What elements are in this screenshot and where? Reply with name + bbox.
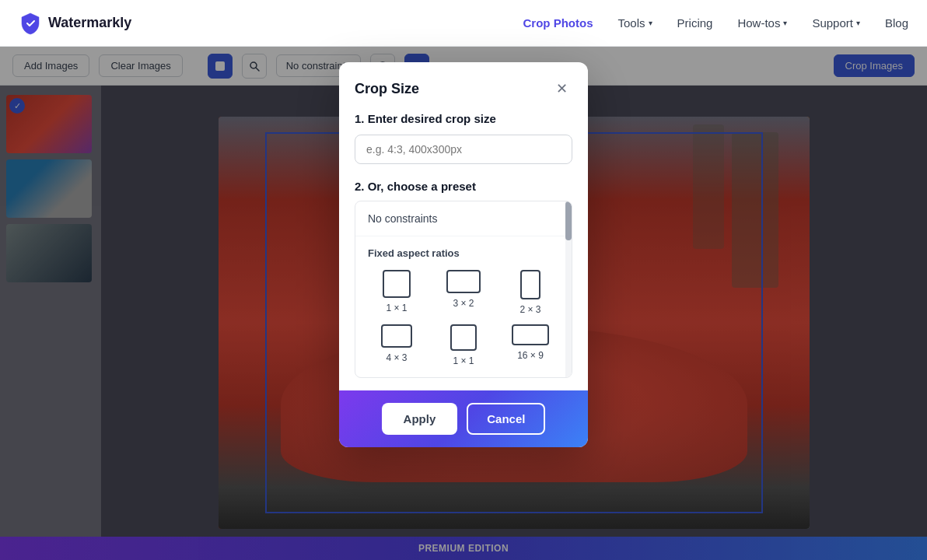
logo[interactable]: Watermarkly (19, 12, 131, 35)
ratio-box-square2 (450, 324, 477, 351)
nav-item-pricing[interactable]: Pricing (677, 16, 713, 30)
preset-4x3[interactable]: 4 × 3 (368, 324, 425, 366)
no-constraints-option[interactable]: No constraints (355, 201, 572, 236)
nav-item-support[interactable]: Support ▾ (812, 16, 860, 30)
nav-item-tools[interactable]: Tools ▾ (618, 16, 652, 30)
modal-header: Crop Size ✕ (339, 62, 588, 112)
step1-heading: 1. Enter desired crop size (355, 112, 572, 125)
modal-title: Crop Size (355, 81, 419, 97)
modal-overlay: Crop Size ✕ 1. Enter desired crop size 2… (0, 47, 927, 560)
ratio-label-3x2: 3 × 2 (453, 298, 474, 309)
ratio-box-3x2 (446, 270, 481, 293)
modal-footer: Apply Cancel (339, 390, 588, 447)
fixed-ratios-section: Fixed aspect ratios 1 × 1 3 × 2 2 × (355, 236, 572, 377)
ratio-label-2x3: 2 × 3 (519, 304, 540, 315)
preset-square2[interactable]: 1 × 1 (435, 324, 492, 366)
preset-list: No constraints Fixed aspect ratios 1 × 1… (355, 201, 572, 378)
crop-size-modal: Crop Size ✕ 1. Enter desired crop size 2… (339, 62, 588, 447)
ratio-label-square2: 1 × 1 (453, 355, 474, 366)
crop-size-input[interactable] (355, 135, 572, 164)
how-tos-chevron-icon: ▾ (783, 19, 787, 27)
preset-1x1[interactable]: 1 × 1 (368, 270, 425, 315)
step2-heading: 2. Or, choose a preset (355, 180, 572, 193)
ratio-box-1x1 (383, 270, 411, 298)
ratio-grid: 1 × 1 3 × 2 2 × 3 4 × 3 (368, 270, 559, 366)
navbar: Watermarkly Crop Photos Tools ▾ Pricing … (0, 0, 927, 47)
apply-button[interactable]: Apply (382, 403, 458, 435)
logo-text: Watermarkly (48, 15, 131, 31)
fixed-ratios-heading: Fixed aspect ratios (368, 247, 559, 259)
cancel-button[interactable]: Cancel (467, 403, 545, 435)
preset-16x9[interactable]: 16 × 9 (502, 324, 559, 366)
nav-item-how-tos[interactable]: How-tos ▾ (737, 16, 787, 30)
ratio-box-2x3 (520, 270, 540, 299)
nav-item-crop-photos[interactable]: Crop Photos (523, 16, 593, 30)
preset-2x3[interactable]: 2 × 3 (502, 270, 559, 315)
ratio-box-16x9 (512, 324, 549, 345)
support-chevron-icon: ▾ (856, 19, 860, 27)
preset-3x2[interactable]: 3 × 2 (435, 270, 492, 315)
ratio-label-1x1: 1 × 1 (386, 303, 407, 313)
ratio-label-16x9: 16 × 9 (517, 350, 544, 361)
nav-item-blog[interactable]: Blog (885, 16, 908, 30)
scrollbar-thumb[interactable] (565, 201, 572, 240)
ratio-box-4x3 (381, 324, 412, 348)
shield-icon (19, 12, 42, 35)
modal-body: 1. Enter desired crop size 2. Or, choose… (339, 112, 588, 390)
scrollbar-track (565, 201, 572, 377)
tools-chevron-icon: ▾ (649, 19, 652, 27)
nav-links: Crop Photos Tools ▾ Pricing How-tos ▾ Su… (523, 16, 908, 30)
ratio-label-4x3: 4 × 3 (386, 352, 407, 363)
modal-close-button[interactable]: ✕ (551, 78, 572, 100)
